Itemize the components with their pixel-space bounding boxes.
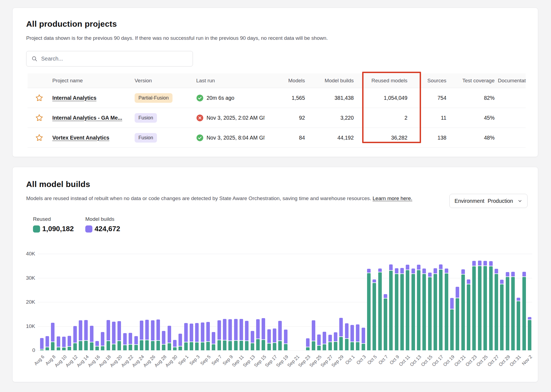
stacked-bar[interactable] bbox=[267, 329, 271, 350]
column-header[interactable]: Models bbox=[266, 78, 307, 84]
stacked-bar[interactable] bbox=[162, 331, 165, 350]
stacked-bar[interactable] bbox=[517, 298, 520, 350]
stacked-bar[interactable] bbox=[472, 261, 476, 350]
stacked-bar[interactable] bbox=[73, 326, 77, 350]
stacked-bar[interactable] bbox=[395, 268, 398, 350]
stacked-bar[interactable] bbox=[228, 319, 232, 350]
column-header[interactable]: Last run bbox=[195, 78, 266, 84]
stacked-bar[interactable] bbox=[506, 272, 509, 350]
stacked-bar[interactable] bbox=[422, 269, 426, 350]
stacked-bar[interactable] bbox=[362, 328, 365, 350]
stacked-bar[interactable] bbox=[190, 324, 193, 350]
stacked-bar[interactable] bbox=[328, 335, 332, 350]
stacked-bar[interactable] bbox=[101, 332, 104, 350]
stacked-bar[interactable] bbox=[212, 332, 215, 350]
stacked-bar[interactable] bbox=[367, 269, 371, 350]
stacked-bar[interactable] bbox=[178, 334, 182, 350]
stacked-bar[interactable] bbox=[461, 269, 465, 350]
stacked-bar[interactable] bbox=[201, 322, 204, 350]
stacked-bar[interactable] bbox=[334, 332, 337, 350]
stacked-bar[interactable] bbox=[356, 324, 359, 350]
stacked-bar[interactable] bbox=[90, 326, 93, 350]
stacked-bar[interactable] bbox=[312, 320, 315, 350]
stacked-bar[interactable] bbox=[384, 294, 387, 350]
stacked-bar[interactable] bbox=[323, 332, 326, 350]
stacked-bar[interactable] bbox=[129, 333, 132, 350]
stacked-bar[interactable] bbox=[134, 336, 138, 350]
stacked-bar[interactable] bbox=[467, 279, 470, 350]
stacked-bar[interactable] bbox=[511, 272, 515, 350]
stacked-bar[interactable] bbox=[112, 322, 116, 350]
stacked-bar[interactable] bbox=[406, 265, 409, 350]
stacked-bar[interactable] bbox=[57, 336, 60, 350]
stacked-bar[interactable] bbox=[350, 325, 354, 350]
stacked-bar[interactable] bbox=[284, 330, 287, 350]
stacked-bar[interactable] bbox=[400, 268, 404, 350]
stacked-bar[interactable] bbox=[95, 341, 99, 350]
stacked-bar[interactable] bbox=[46, 336, 49, 350]
stacked-bar[interactable] bbox=[262, 318, 265, 350]
stacked-bar[interactable] bbox=[317, 334, 321, 350]
stacked-bar[interactable] bbox=[195, 323, 199, 350]
stacked-bar[interactable] bbox=[123, 333, 127, 350]
stacked-bar[interactable] bbox=[417, 265, 420, 350]
star-icon[interactable] bbox=[35, 114, 43, 122]
stacked-bar[interactable] bbox=[107, 320, 110, 350]
stacked-bar[interactable] bbox=[256, 319, 260, 350]
stacked-bar[interactable] bbox=[51, 323, 55, 350]
stacked-bar[interactable] bbox=[145, 320, 149, 350]
stacked-bar[interactable] bbox=[483, 261, 487, 350]
stacked-bar[interactable] bbox=[373, 279, 376, 350]
stacked-bar[interactable] bbox=[306, 338, 310, 350]
stacked-bar[interactable] bbox=[445, 269, 448, 350]
column-header[interactable]: Documentation bbox=[496, 78, 526, 84]
stacked-bar[interactable] bbox=[151, 320, 155, 350]
stacked-bar[interactable] bbox=[40, 338, 44, 350]
column-header[interactable]: Test coverage bbox=[448, 78, 496, 84]
stacked-bar[interactable] bbox=[456, 287, 459, 350]
stacked-bar[interactable] bbox=[450, 298, 454, 350]
star-icon[interactable] bbox=[35, 134, 43, 142]
column-header[interactable]: Model builds bbox=[307, 78, 355, 84]
favorite-star-cell[interactable] bbox=[28, 114, 51, 122]
stacked-bar[interactable] bbox=[168, 326, 171, 350]
stacked-bar[interactable] bbox=[68, 336, 71, 350]
column-header[interactable]: Project name bbox=[51, 78, 133, 84]
column-header[interactable]: Reused models bbox=[355, 78, 409, 84]
project-link[interactable]: Vortex Event Analytics bbox=[52, 135, 109, 141]
project-link[interactable]: Internal Analytics bbox=[52, 95, 96, 101]
stacked-bar[interactable] bbox=[339, 318, 343, 350]
stacked-bar[interactable] bbox=[528, 317, 531, 350]
column-header[interactable]: Sources bbox=[409, 78, 448, 84]
stacked-bar[interactable] bbox=[378, 269, 382, 350]
stacked-bar[interactable] bbox=[428, 273, 432, 350]
stacked-bar[interactable] bbox=[62, 337, 66, 350]
stacked-bar[interactable] bbox=[345, 323, 349, 350]
stacked-bar[interactable] bbox=[489, 261, 493, 350]
stacked-bar[interactable] bbox=[389, 264, 393, 350]
stacked-bar[interactable] bbox=[522, 272, 526, 350]
stacked-bar[interactable] bbox=[173, 340, 177, 350]
stacked-bar[interactable] bbox=[206, 322, 210, 350]
column-header[interactable]: Version bbox=[133, 78, 195, 84]
stacked-bar[interactable] bbox=[84, 320, 88, 350]
stacked-bar[interactable] bbox=[140, 321, 143, 350]
stacked-bar[interactable] bbox=[79, 320, 82, 350]
stacked-bar[interactable] bbox=[439, 264, 443, 350]
favorite-star-cell[interactable] bbox=[28, 134, 51, 142]
stacked-bar[interactable] bbox=[251, 331, 254, 350]
stacked-bar[interactable] bbox=[217, 320, 221, 350]
stacked-bar[interactable] bbox=[278, 321, 282, 350]
stacked-bar[interactable] bbox=[117, 321, 121, 350]
stacked-bar[interactable] bbox=[478, 261, 482, 350]
stacked-bar[interactable] bbox=[273, 328, 276, 350]
learn-more-link[interactable]: Learn more here. bbox=[373, 195, 412, 201]
stacked-bar[interactable] bbox=[156, 319, 160, 350]
environment-select[interactable]: Environment Production bbox=[449, 194, 528, 208]
stacked-bar[interactable] bbox=[223, 319, 226, 350]
stacked-bar[interactable] bbox=[411, 269, 415, 350]
stacked-bar[interactable] bbox=[184, 323, 188, 350]
search-input[interactable] bbox=[41, 56, 188, 62]
stacked-bar[interactable] bbox=[234, 319, 238, 350]
favorite-star-cell[interactable] bbox=[28, 94, 51, 102]
